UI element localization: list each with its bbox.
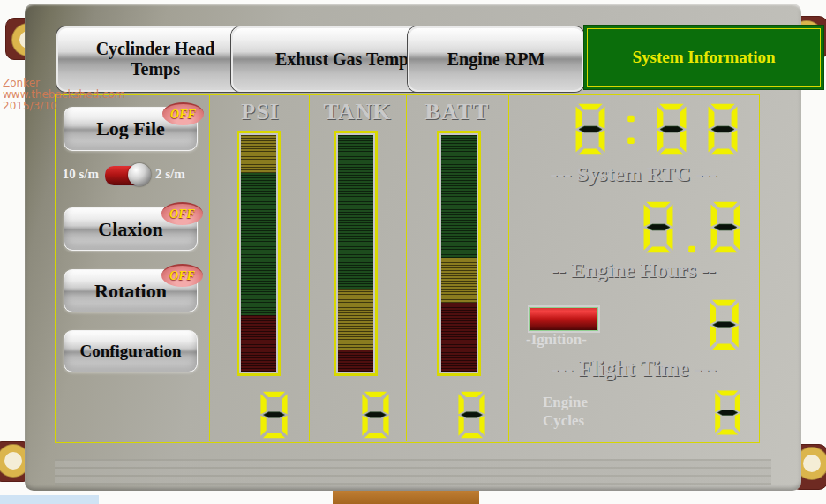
- tab-label: Exhust Gas Temps: [275, 49, 416, 70]
- ignition-label: -Ignition-: [526, 331, 587, 349]
- batt-value-display: [456, 391, 487, 439]
- separator: [209, 95, 210, 441]
- table-edge: [0, 495, 99, 504]
- psi-value-display: [259, 391, 289, 439]
- separator: [309, 95, 310, 441]
- gauge-zone-green: [241, 173, 276, 315]
- engine-cycles-label-line2: Cycles: [543, 412, 584, 430]
- flight-time-label: --- Flight Time ---: [512, 357, 755, 381]
- toggle-knob[interactable]: [128, 163, 151, 186]
- engine-hours-label: -- Engine Hours --: [512, 259, 755, 282]
- bezel-ridge: [55, 459, 771, 485]
- gauge-zone-maroon: [338, 350, 373, 372]
- button-label: Rotation: [94, 280, 167, 303]
- button-label: Log File: [96, 117, 165, 140]
- psi-gauge-title: PSI: [212, 99, 309, 125]
- tank-value-display: [360, 391, 391, 439]
- batt-bar-gauge: [437, 131, 481, 376]
- log-rate-toggle[interactable]: [104, 165, 150, 186]
- gauge-zone-green: [441, 135, 477, 258]
- batt-gauge-title: BATT: [406, 99, 508, 125]
- gauge-zone-maroon: [241, 315, 276, 372]
- tab-system-information[interactable]: System Information: [583, 25, 824, 90]
- gauge-zone-olive: [338, 289, 373, 350]
- toggle-label-10spm: 10 s/m: [58, 167, 99, 182]
- flight-time-display: [702, 299, 746, 350]
- gauge-zone-olive: [241, 135, 276, 173]
- gauge-zone-green: [338, 135, 373, 289]
- psi-bar-gauge: [237, 131, 281, 376]
- touchscreen-display-module: Zonker www.thebackshed.com 2015/3/10 Cyc…: [0, 0, 826, 504]
- tab-engine-rpm[interactable]: Engine RPM: [408, 26, 584, 92]
- ignition-indicator-led: [528, 305, 600, 333]
- engine-cycles-display: [713, 390, 742, 435]
- button-label: Claxion: [98, 218, 162, 241]
- configuration-button[interactable]: Configuration: [64, 330, 198, 372]
- watermark: Zonker www.thebackshed.com 2015/3/10: [3, 78, 125, 112]
- gauge-zone-olive: [441, 258, 477, 303]
- separator: [508, 95, 509, 441]
- tab-label: System Information: [632, 48, 775, 67]
- tank-gauge-title: TANK: [309, 99, 406, 125]
- system-rtc-display: [569, 103, 744, 155]
- tab-label: Cyclinder Head Temps: [71, 39, 240, 79]
- log-file-status-badge: OFF: [162, 102, 204, 125]
- tank-bar-gauge: [334, 131, 378, 376]
- tab-label: Engine RPM: [447, 49, 545, 70]
- separator: [406, 95, 407, 441]
- claxion-status-badge: OFF: [161, 202, 203, 225]
- toggle-label-2spm: 2 s/m: [155, 167, 185, 182]
- engine-cycles-label-line1: Engine: [543, 394, 588, 411]
- button-label: Configuration: [79, 342, 181, 361]
- gauge-zone-maroon: [441, 303, 477, 372]
- engine-hours-display: [637, 201, 747, 253]
- system-rtc-label: --- System RTC ---: [512, 162, 755, 186]
- rotation-status-badge: OFF: [161, 264, 203, 287]
